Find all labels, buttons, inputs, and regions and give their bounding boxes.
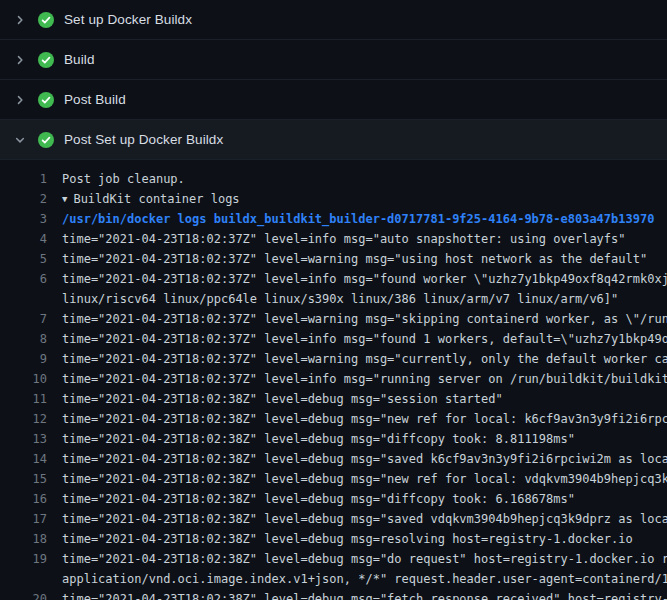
log-text: ▼BuildKit container logs — [47, 189, 667, 209]
log-line: 16time="2021-04-23T18:02:38Z" level=debu… — [0, 489, 667, 509]
line-number[interactable]: 12 — [0, 409, 47, 429]
line-number[interactable]: 11 — [0, 389, 47, 409]
log-line: 2▼BuildKit container logs — [0, 189, 667, 209]
chevron-right-icon[interactable] — [12, 12, 28, 28]
section-header-set-up-docker-buildx[interactable]: Set up Docker Buildx — [0, 0, 667, 40]
line-number[interactable]: 8 — [0, 329, 47, 349]
line-number[interactable]: 17 — [0, 509, 47, 529]
log-text: time="2021-04-23T18:02:37Z" level=warnin… — [47, 249, 667, 269]
section-label: Post Build — [64, 92, 126, 107]
log-line: 8time="2021-04-23T18:02:37Z" level=info … — [0, 329, 667, 349]
line-number[interactable]: 18 — [0, 529, 47, 549]
log-text: time="2021-04-23T18:02:37Z" level=info m… — [47, 269, 667, 289]
section-header-post-build[interactable]: Post Build — [0, 80, 667, 120]
log-group-toggle-icon[interactable]: ▼ — [62, 189, 67, 209]
line-number[interactable]: 20 — [0, 589, 47, 600]
line-number[interactable]: 2 — [0, 189, 47, 209]
check-circle-icon — [38, 132, 54, 148]
log-command-text: /usr/bin/docker logs buildx_buildkit_bui… — [47, 209, 667, 229]
line-number[interactable]: 15 — [0, 469, 47, 489]
section-label: Set up Docker Buildx — [64, 12, 192, 27]
line-number[interactable]: 6 — [0, 269, 47, 289]
log-line: 11time="2021-04-23T18:02:38Z" level=debu… — [0, 389, 667, 409]
log-text: time="2021-04-23T18:02:38Z" level=debug … — [47, 429, 667, 449]
log-line: 12time="2021-04-23T18:02:38Z" level=debu… — [0, 409, 667, 429]
log-text: time="2021-04-23T18:02:38Z" level=debug … — [47, 509, 667, 529]
log-line: 19time="2021-04-23T18:02:38Z" level=debu… — [0, 549, 667, 569]
log-group-label[interactable]: BuildKit container logs — [73, 192, 239, 206]
chevron-down-icon[interactable] — [12, 132, 28, 148]
log-text: time="2021-04-23T18:02:38Z" level=debug … — [47, 549, 667, 569]
log-line: 10time="2021-04-23T18:02:37Z" level=info… — [0, 369, 667, 389]
line-number[interactable]: 3 — [0, 209, 47, 229]
log-line: 4time="2021-04-23T18:02:37Z" level=info … — [0, 229, 667, 249]
line-number[interactable]: 1 — [0, 169, 47, 189]
log-line: 1Post job cleanup. — [0, 169, 667, 189]
log-text: time="2021-04-23T18:02:37Z" level=info m… — [47, 329, 667, 349]
log-line: 7time="2021-04-23T18:02:37Z" level=warni… — [0, 309, 667, 329]
section-header-build[interactable]: Build — [0, 40, 667, 80]
log-area: 1Post job cleanup.2▼BuildKit container l… — [0, 160, 667, 600]
log-line: linux/riscv64 linux/ppc64le linux/s390x … — [0, 289, 667, 309]
log-text: time="2021-04-23T18:02:37Z" level=warnin… — [47, 349, 667, 369]
log-text: time="2021-04-23T18:02:38Z" level=debug … — [47, 449, 667, 469]
line-number — [0, 289, 47, 309]
log-line: 17time="2021-04-23T18:02:38Z" level=debu… — [0, 509, 667, 529]
line-number[interactable]: 13 — [0, 429, 47, 449]
log-text: Post job cleanup. — [47, 169, 667, 189]
log-line: application/vnd.oci.image.index.v1+json,… — [0, 569, 667, 589]
log-line: 14time="2021-04-23T18:02:38Z" level=debu… — [0, 449, 667, 469]
log-text: time="2021-04-23T18:02:38Z" level=debug … — [47, 409, 667, 429]
log-text: application/vnd.oci.image.index.v1+json,… — [47, 569, 667, 589]
log-text: time="2021-04-23T18:02:38Z" level=debug … — [47, 489, 667, 509]
log-text: time="2021-04-23T18:02:38Z" level=debug … — [47, 529, 667, 549]
check-circle-icon — [38, 12, 54, 28]
section-header-post-set-up-docker-buildx[interactable]: Post Set up Docker Buildx — [0, 120, 667, 160]
section-label: Post Set up Docker Buildx — [64, 132, 223, 147]
log-line: 5time="2021-04-23T18:02:37Z" level=warni… — [0, 249, 667, 269]
line-number[interactable]: 9 — [0, 349, 47, 369]
line-number[interactable]: 4 — [0, 229, 47, 249]
section-label: Build — [64, 52, 95, 67]
step-list: Set up Docker BuildxBuildPost BuildPost … — [0, 0, 667, 160]
log-line: 20time="2021-04-23T18:02:38Z" level=debu… — [0, 589, 667, 600]
line-number[interactable]: 10 — [0, 369, 47, 389]
log-text: time="2021-04-23T18:02:38Z" level=debug … — [47, 589, 667, 600]
log-text: time="2021-04-23T18:02:38Z" level=debug … — [47, 469, 667, 489]
line-number[interactable]: 5 — [0, 249, 47, 269]
actions-log-viewer: Set up Docker BuildxBuildPost BuildPost … — [0, 0, 667, 600]
log-line: 13time="2021-04-23T18:02:38Z" level=debu… — [0, 429, 667, 449]
chevron-right-icon[interactable] — [12, 92, 28, 108]
log-text: time="2021-04-23T18:02:37Z" level=info m… — [47, 369, 667, 389]
line-number[interactable]: 14 — [0, 449, 47, 469]
log-text: time="2021-04-23T18:02:38Z" level=debug … — [47, 389, 667, 409]
log-text: time="2021-04-23T18:02:37Z" level=info m… — [47, 229, 667, 249]
line-number[interactable]: 19 — [0, 549, 47, 569]
log-line: 18time="2021-04-23T18:02:38Z" level=debu… — [0, 529, 667, 549]
line-number[interactable]: 7 — [0, 309, 47, 329]
check-circle-icon — [38, 92, 54, 108]
log-line: 3/usr/bin/docker logs buildx_buildkit_bu… — [0, 209, 667, 229]
log-text: linux/riscv64 linux/ppc64le linux/s390x … — [47, 289, 667, 309]
log-line: 6time="2021-04-23T18:02:37Z" level=info … — [0, 269, 667, 289]
line-number — [0, 569, 47, 589]
log-text: time="2021-04-23T18:02:37Z" level=warnin… — [47, 309, 667, 329]
chevron-right-icon[interactable] — [12, 52, 28, 68]
line-number[interactable]: 16 — [0, 489, 47, 509]
check-circle-icon — [38, 52, 54, 68]
log-line: 9time="2021-04-23T18:02:37Z" level=warni… — [0, 349, 667, 369]
log-line: 15time="2021-04-23T18:02:38Z" level=debu… — [0, 469, 667, 489]
